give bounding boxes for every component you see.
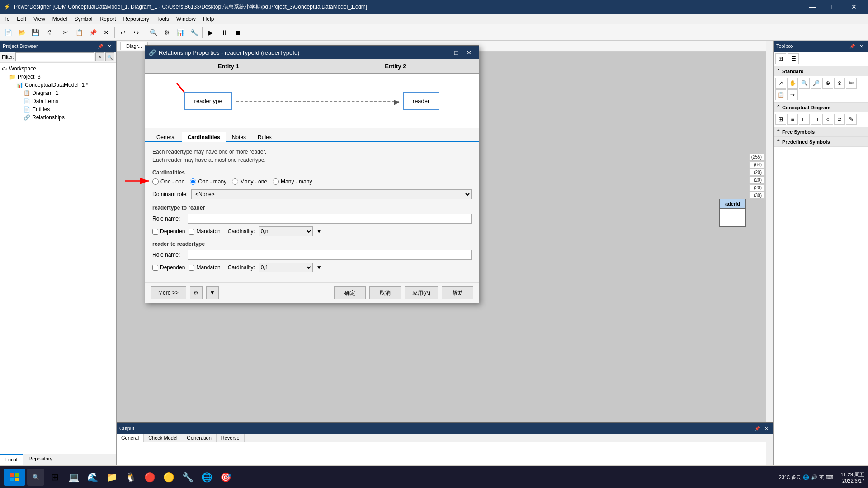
start-button[interactable] xyxy=(4,469,25,486)
tab-check-model[interactable]: Check Model xyxy=(144,434,182,442)
more-button[interactable]: More >> xyxy=(151,286,186,299)
menu-tools[interactable]: Tools xyxy=(153,15,173,23)
tb-redo[interactable]: ↪ xyxy=(130,26,143,39)
grid-view-icon[interactable]: ⊞ xyxy=(775,53,786,64)
standard-icon-5[interactable]: ⊕ xyxy=(822,78,833,89)
tb-b2[interactable]: ⚙ xyxy=(160,26,173,39)
tab-rules[interactable]: Rules xyxy=(252,132,278,142)
taskbar-app-9[interactable]: 🎯 xyxy=(217,469,234,486)
panel-close-icon[interactable]: ✕ xyxy=(105,42,113,50)
standard-icon-6[interactable]: ⊗ xyxy=(834,78,845,89)
standard-icon-1[interactable]: ↗ xyxy=(775,78,786,89)
output-close-icon[interactable]: ✕ xyxy=(762,424,770,432)
dominant-role-select[interactable]: <None> xyxy=(191,189,472,199)
cancel-button[interactable]: 取消 xyxy=(369,286,401,299)
panel-pin-icon[interactable]: 📌 xyxy=(96,42,104,50)
tree-item-workspace[interactable]: 🗂 Workspace xyxy=(2,65,114,73)
confirm-button[interactable]: 确定 xyxy=(334,286,366,299)
taskbar-app-3[interactable]: 📁 xyxy=(103,469,120,486)
apply-button[interactable]: 应用(A) xyxy=(405,286,438,299)
tb-b3[interactable]: 📊 xyxy=(174,26,187,39)
tab-repository[interactable]: Repository xyxy=(23,454,58,465)
standard-icon-2[interactable]: ✋ xyxy=(787,78,798,89)
section1-mandatory-check[interactable]: Mandaton xyxy=(189,228,220,235)
free-symbols-section-header[interactable]: ⌃ Free Symbols xyxy=(774,127,868,136)
filter-clear-button[interactable]: × xyxy=(95,52,104,61)
menu-edit[interactable]: Edit xyxy=(13,15,30,23)
tab-reverse[interactable]: Reverse xyxy=(217,434,245,442)
section1-dependent-check[interactable]: Dependen xyxy=(152,228,185,235)
tree-item-dataitems[interactable]: 📄 Data Items xyxy=(2,97,114,105)
filter-search-button[interactable]: 🔍 xyxy=(105,52,114,61)
toolbox-close-icon[interactable]: ✕ xyxy=(857,42,865,50)
taskbar-app-5[interactable]: 🔴 xyxy=(141,469,158,486)
section2-dependent-checkbox[interactable] xyxy=(152,265,158,271)
conceptual-icon-6[interactable]: ⊃ xyxy=(834,114,845,125)
radio-many-many-input[interactable] xyxy=(273,178,279,185)
taskbar-app-8[interactable]: 🌐 xyxy=(198,469,215,486)
section1-role-input[interactable] xyxy=(188,214,472,224)
radio-one-one-input[interactable] xyxy=(152,178,159,185)
tb-b1[interactable]: 🔍 xyxy=(147,26,160,39)
tree-item-relationships[interactable]: 🔗 Relationships xyxy=(2,113,114,122)
radio-many-one[interactable]: Many - one xyxy=(232,178,267,185)
radio-one-many-input[interactable] xyxy=(190,178,196,185)
taskbar-search-button[interactable]: 🔍 xyxy=(27,469,44,486)
standard-icon-4[interactable]: 🔎 xyxy=(811,78,821,89)
conceptual-icon-2[interactable]: ≡ xyxy=(787,114,798,125)
tb-b5[interactable]: ▶ xyxy=(204,26,217,39)
taskbar-clock[interactable]: 11:29 周五 2022/6/17 xyxy=(840,471,864,483)
section2-role-input[interactable] xyxy=(188,250,472,260)
section2-mandatory-checkbox[interactable] xyxy=(189,265,194,271)
tb-print[interactable]: 🖨 xyxy=(42,26,55,39)
taskbar-app-6[interactable]: 🟡 xyxy=(160,469,177,486)
menu-model[interactable]: Model xyxy=(49,15,71,23)
taskbar-app-7[interactable]: 🔧 xyxy=(179,469,196,486)
tb-new[interactable]: 📄 xyxy=(2,26,14,39)
tb-cut[interactable]: ✂ xyxy=(59,26,72,39)
standard-section-header[interactable]: ⌃ Standard xyxy=(774,66,868,76)
diagram-tab[interactable]: Diagr... xyxy=(120,42,148,50)
toolbox-pin-icon[interactable]: 📌 xyxy=(848,42,856,50)
predefined-section-header[interactable]: ⌃ Predefined Symbols xyxy=(774,137,868,146)
tb-open[interactable]: 📂 xyxy=(15,26,28,39)
tab-general-dialog[interactable]: General xyxy=(151,132,182,142)
settings-icon-button[interactable]: ⚙ xyxy=(190,286,203,299)
section2-cardinality-select[interactable]: 0,1 xyxy=(259,263,313,272)
conceptual-icon-1[interactable]: ⊞ xyxy=(775,114,786,125)
tb-undo[interactable]: ↩ xyxy=(117,26,129,39)
radio-one-many[interactable]: One - many xyxy=(190,178,226,185)
close-button[interactable]: ✕ xyxy=(844,0,864,14)
tab-general[interactable]: General xyxy=(117,434,144,442)
tab-notes[interactable]: Notes xyxy=(226,132,252,142)
taskbar-app-1[interactable]: 💻 xyxy=(65,469,82,486)
tb-b7[interactable]: ⏹ xyxy=(231,26,244,39)
taskbar-task-view[interactable]: ⊞ xyxy=(46,469,63,486)
tree-item-diagram[interactable]: 📋 Diagram_1 xyxy=(2,89,114,97)
tree-item-cdm[interactable]: 📊 ConceptualDataModel_1 * xyxy=(2,81,114,89)
tb-b6[interactable]: ⏸ xyxy=(218,26,231,39)
standard-icon-8[interactable]: 📋 xyxy=(775,89,786,100)
menu-symbol[interactable]: Symbol xyxy=(71,15,96,23)
tb-delete[interactable]: ✕ xyxy=(100,26,113,39)
maximize-button[interactable]: □ xyxy=(823,0,844,14)
taskbar-app-4[interactable]: 🐧 xyxy=(122,469,139,486)
minimize-button[interactable]: — xyxy=(802,0,823,14)
help-button[interactable]: 帮助 xyxy=(442,286,473,299)
taskbar-app-2[interactable]: 🌊 xyxy=(84,469,101,486)
menu-window[interactable]: Window xyxy=(173,15,199,23)
dialog-maximize-button[interactable]: □ xyxy=(450,46,462,59)
standard-icon-3[interactable]: 🔍 xyxy=(799,78,810,89)
output-vscroll[interactable] xyxy=(766,434,773,465)
filter-input[interactable] xyxy=(15,52,95,61)
main-vscroll[interactable] xyxy=(766,41,773,465)
menu-le[interactable]: le xyxy=(2,15,13,23)
tree-item-project[interactable]: 📁 Project_3 xyxy=(2,73,114,81)
radio-many-many[interactable]: Many - many xyxy=(273,178,312,185)
tb-save[interactable]: 💾 xyxy=(29,26,42,39)
tb-paste[interactable]: 📌 xyxy=(86,26,99,39)
conceptual-icon-5[interactable]: ○ xyxy=(822,114,833,125)
tab-local[interactable]: Local xyxy=(0,454,23,465)
list-view-icon[interactable]: ☰ xyxy=(788,53,799,64)
radio-one-one[interactable]: One - one xyxy=(152,178,184,185)
